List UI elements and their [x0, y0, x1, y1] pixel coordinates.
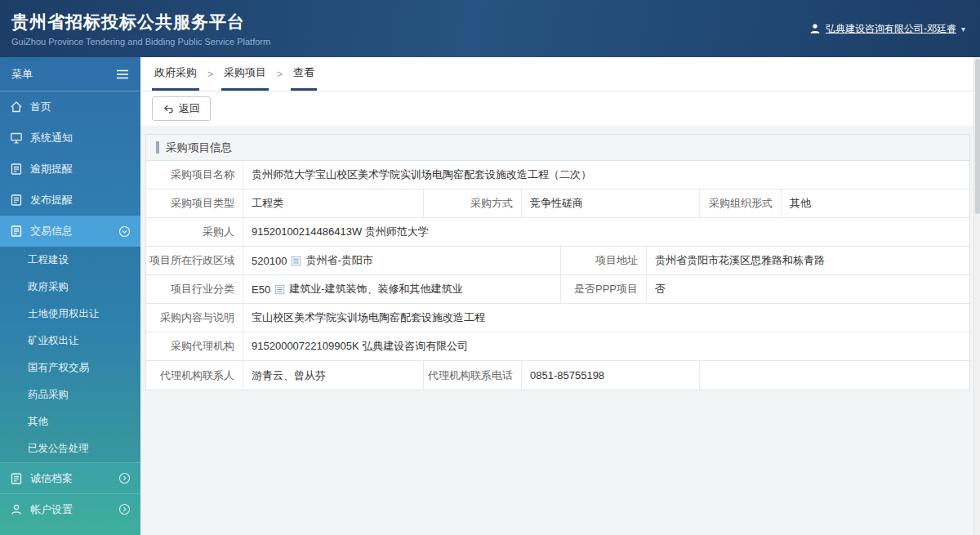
menu-title: 菜单: [11, 67, 33, 82]
submenu-item-published-notices[interactable]: 已发公告处理: [0, 435, 140, 462]
sidebar: 菜单 首页 系统通知 逾期提醒 发: [0, 57, 140, 535]
field-label: 采购方式: [423, 189, 521, 217]
app-shell: 菜单 首页 系统通知 逾期提醒 发: [0, 57, 980, 535]
table-row: 采购人 91520100214486413W 贵州师范大学: [146, 218, 969, 247]
field-value: 91520000722109905K 弘典建设咨询有限公司: [243, 332, 969, 360]
field-label: 采购组织形式: [699, 189, 781, 217]
breadcrumb: 政府采购 > 采购项目 > 查看: [140, 57, 980, 91]
sidebar-menu-header: 菜单: [0, 57, 140, 91]
field-value: 游青云、曾从芬: [243, 361, 423, 390]
submenu-item-pharma[interactable]: 药品采购: [0, 381, 140, 408]
field-value: E50 建筑业-建筑装饰、装修和其他建筑业: [243, 275, 560, 303]
submenu-item-state-property[interactable]: 国有产权交易: [0, 354, 140, 381]
field-label: 采购代理机构: [146, 332, 243, 360]
chevron-right-circle-icon: [118, 472, 131, 484]
breadcrumb-item-gov-procurement[interactable]: 政府采购: [152, 57, 199, 91]
field-label: 项目行业分类: [146, 275, 243, 303]
empty-cell: [699, 361, 969, 390]
sidebar-item-label: 逾期提醒: [30, 162, 73, 176]
doc-icon: [10, 225, 23, 238]
sidebar-item-publish-reminder[interactable]: 发布提醒: [0, 185, 140, 216]
back-button-label: 返回: [179, 101, 200, 116]
table-row: 代理机构联系人 游青云、曾从芬 代理机构联系电话 0851-85755198: [146, 361, 969, 390]
field-label: 采购项目类型: [146, 189, 243, 217]
monitor-icon: [10, 132, 23, 145]
back-button[interactable]: 返回: [152, 96, 211, 121]
table-row: 项目行业分类 E50 建筑业-建筑装饰、装修和其他建筑业 是否PPP项目 否: [146, 275, 969, 304]
project-info-panel: 采购项目信息 采购项目名称 贵州师范大学宝山校区美术学院实训场电陶窑配套设施改造…: [145, 134, 970, 390]
field-label: 采购人: [146, 218, 243, 246]
submenu-item-gov-procurement[interactable]: 政府采购: [0, 274, 140, 301]
field-value: 520100 贵州省-贵阳市: [243, 247, 560, 274]
industry-picker-icon[interactable]: [274, 284, 285, 295]
sidebar-item-label: 诚信档案: [30, 471, 73, 486]
submenu-item-other[interactable]: 其他: [0, 408, 140, 435]
sidebar-item-integrity-archive[interactable]: 诚信档案: [0, 462, 140, 493]
caret-down-icon: ▾: [961, 25, 965, 33]
field-value: 贵州师范大学宝山校区美术学院实训场电陶窑配套设施改造工程（二次）: [243, 161, 969, 189]
sidebar-item-notifications[interactable]: 系统通知: [0, 123, 140, 154]
field-label: 代理机构联系人: [146, 361, 243, 390]
field-label: 采购内容与说明: [146, 304, 243, 332]
panel-title: 采购项目信息: [166, 140, 232, 155]
breadcrumb-item-procurement-project[interactable]: 采购项目: [221, 57, 269, 91]
hamburger-icon[interactable]: [116, 69, 129, 80]
sidebar-item-label: 交易信息: [30, 224, 73, 239]
user-label: 弘典建设咨询有限公司-邓廷睿: [826, 22, 956, 36]
industry-code: E50: [252, 283, 270, 296]
sidebar-item-label: 发布提醒: [30, 193, 73, 207]
table-row: 采购内容与说明 宝山校区美术学院实训场电陶窑配套设施改造工程: [146, 304, 969, 332]
doc-icon: [10, 472, 23, 485]
table-row: 采购代理机构 91520000722109905K 弘典建设咨询有限公司: [146, 332, 969, 361]
field-value: 91520100214486413W 贵州师范大学: [243, 218, 969, 246]
panel-header: 采购项目信息: [146, 135, 969, 161]
field-value: 否: [646, 275, 969, 303]
chevron-down-circle-icon: [118, 225, 131, 238]
sidebar-item-overdue-reminder[interactable]: 逾期提醒: [0, 154, 140, 185]
scrollbar-thumb[interactable]: [975, 59, 980, 214]
field-value: 宝山校区美术学院实训场电陶窑配套设施改造工程: [243, 304, 969, 332]
table-row: 采购项目名称 贵州师范大学宝山校区美术学院实训场电陶窑配套设施改造工程（二次）: [146, 161, 969, 189]
table-row: 采购项目类型 工程类 采购方式 竞争性磋商 采购组织形式 其他: [146, 189, 969, 218]
sidebar-item-transactions[interactable]: 交易信息: [0, 216, 140, 247]
region-picker-icon[interactable]: [291, 256, 301, 266]
panel-title-bar: [156, 141, 159, 154]
field-label: 项目地址: [560, 247, 646, 274]
app-header: 贵州省招标投标公共服务平台 GuiZhou Province Tendering…: [0, 0, 980, 57]
field-value: 0851-85755198: [521, 361, 699, 390]
region-code: 520100: [252, 255, 287, 267]
region-name: 贵州省-贵阳市: [305, 253, 372, 268]
person-icon: [10, 503, 23, 516]
submenu-item-mining-rights[interactable]: 矿业权出让: [0, 328, 140, 354]
sidebar-item-label: 帐户设置: [30, 502, 73, 517]
sidebar-item-label: 系统通知: [30, 131, 73, 145]
app-subtitle: GuiZhou Province Tendering and Bidding P…: [11, 37, 270, 47]
user-menu[interactable]: 弘典建设咨询有限公司-邓廷睿 ▾: [809, 22, 965, 36]
field-label: 采购项目名称: [146, 161, 243, 189]
submenu-item-engineering[interactable]: 工程建设: [0, 247, 140, 274]
submenu-item-land-use[interactable]: 土地使用权出让: [0, 301, 140, 328]
home-icon: [10, 100, 23, 114]
brand: 贵州省招标投标公共服务平台 GuiZhou Province Tendering…: [11, 11, 270, 47]
industry-name: 建筑业-建筑装饰、装修和其他建筑业: [289, 282, 462, 296]
breadcrumb-item-view[interactable]: 查看: [291, 57, 317, 91]
field-label: 项目所在行政区域: [146, 247, 243, 274]
toolbar: 返回: [140, 91, 980, 126]
table-row: 项目所在行政区域 520100 贵州省-贵阳市 项目地址 贵州省贵阳市花溪区思雅…: [146, 247, 969, 275]
sidebar-item-account-settings[interactable]: 帐户设置: [0, 493, 140, 524]
main-content: 政府采购 > 采购项目 > 查看 返回 采购项目信息 采购项目名称 贵州师范大学…: [140, 57, 980, 535]
field-label: 是否PPP项目: [560, 275, 646, 303]
sidebar-submenu: 工程建设 政府采购 土地使用权出让 矿业权出让 国有产权交易 药品采购 其他 已…: [0, 247, 140, 462]
field-value: 竞争性磋商: [521, 189, 699, 217]
field-label: 代理机构联系电话: [423, 361, 521, 390]
scrollbar[interactable]: [973, 57, 980, 535]
sidebar-item-home[interactable]: 首页: [0, 91, 140, 123]
sidebar-item-label: 首页: [30, 100, 51, 114]
app-title: 贵州省招标投标公共服务平台: [11, 11, 270, 33]
chevron-right-circle-icon: [118, 503, 131, 515]
doc-icon: [10, 163, 23, 176]
field-value: 其他: [781, 189, 969, 217]
field-value: 贵州省贵阳市花溪区思雅路和栋青路: [646, 247, 969, 274]
field-value: 工程类: [243, 189, 423, 217]
user-icon: [809, 23, 821, 34]
